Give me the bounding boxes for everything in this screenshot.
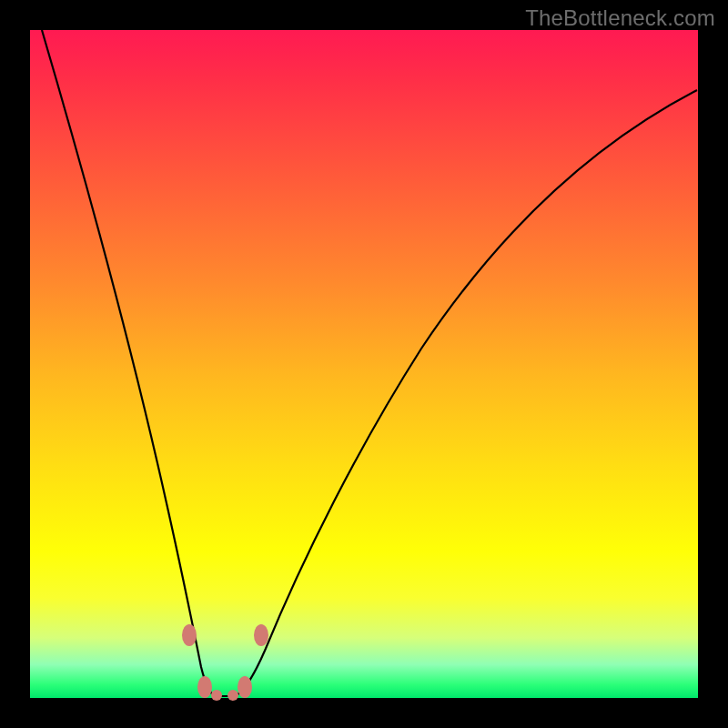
- curve-bead: [182, 624, 197, 646]
- plot-area: [30, 30, 698, 698]
- curve-bead: [211, 690, 222, 701]
- curve-layer: [30, 30, 698, 698]
- watermark-text: TheBottleneck.com: [525, 5, 715, 31]
- bottleneck-curve: [42, 30, 697, 696]
- chart-frame: TheBottleneck.com: [0, 0, 728, 728]
- curve-bead: [238, 676, 252, 698]
- curve-bead: [228, 690, 238, 701]
- curve-bead: [197, 676, 212, 698]
- curve-bead: [254, 624, 268, 646]
